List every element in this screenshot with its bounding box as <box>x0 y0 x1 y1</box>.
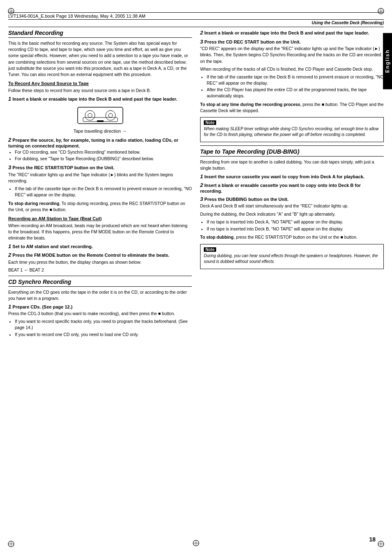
step-2-bullets: For CD recording, see "CD Synchro Record… <box>15 149 192 162</box>
step-2-bullet-1: For CD recording, see "CD Synchro Record… <box>15 149 192 155</box>
cd-step-num-1: 1 <box>8 304 11 310</box>
step-title-1: Insert a blank or erasable tape into the… <box>12 97 177 101</box>
right-column: 2 Insert a blank or erasable tape into t… <box>200 30 384 340</box>
corner-mark-br <box>377 540 385 548</box>
section-title-cd: CD Synchro Recording <box>8 279 192 287</box>
section-title-dubbing: Tape to Tape Recording (DUB-BING) <box>200 148 384 157</box>
cd-step-1-b1: If you want to record specific tracks on… <box>15 318 192 330</box>
note-text-1: When making SLEEP timer settings while d… <box>204 126 380 138</box>
step-title-2: Prepare the source, by, for example, tun… <box>8 138 178 148</box>
cd-step-title-1: Prepare CDs. (See page 12.) <box>12 304 72 309</box>
am-step-title-2: Press the FM MODE button on the Remote C… <box>12 253 169 258</box>
dub-b2: If no tape is inserted into Deck B, "NO … <box>207 226 384 232</box>
step-2-left: 2 Prepare the source, by, for example, t… <box>8 137 192 162</box>
tape-svg <box>76 105 125 128</box>
english-tab: English <box>383 33 392 89</box>
cd-r-step-3-bullets: If the tab of the cassette tape on the D… <box>207 74 384 99</box>
dub-step-title-2: Insert a blank or erasable cassette you … <box>200 183 361 193</box>
am-step-num-2: 2 <box>8 252 11 258</box>
cd-r-b1: If the tab of the cassette tape on the D… <box>207 74 384 86</box>
cd-r-step-title-2: Insert a blank or erasable tape into the… <box>204 30 369 35</box>
cd-r-step-3-text2: When recording of the tracks of all CDs … <box>200 66 384 72</box>
section-cd-synchro: CD Synchro Recording Everything on the C… <box>8 279 192 337</box>
file-info-text: LVT1346-001A_E.book Page 18 Wednesday, M… <box>8 14 145 18</box>
svg-point-18 <box>106 111 115 120</box>
tape-arrow: → <box>122 129 127 134</box>
step-3-bullets: If the tab of the cassette tape on the D… <box>15 186 192 198</box>
section-standard-recording: Standard Recording This is the basic met… <box>8 30 192 276</box>
corner-mark-tl <box>7 7 15 15</box>
am-step-1: 1 Set to AM station and start recording. <box>8 243 192 250</box>
standard-intro: This is the basic method for recording a… <box>8 40 192 78</box>
note-box-2: Note During dubbing, you can hear sound … <box>200 244 384 269</box>
step-num-3: 3 <box>8 164 11 170</box>
cd-r-step-num-3: 3 <box>200 39 203 45</box>
svg-point-19 <box>108 113 113 117</box>
divider-right <box>200 145 384 146</box>
dub-step-3-text2: During the dubbing, the Deck indicators … <box>200 211 384 217</box>
svg-rect-21 <box>97 120 104 122</box>
am-step-2-body: Each time you press the button, the disp… <box>8 259 192 273</box>
svg-point-16 <box>85 111 95 120</box>
corner-mark-tr <box>377 7 385 15</box>
sub-title-record-any: To Record Any Sound Source to Tape <box>8 81 192 86</box>
sub-title-am: Recording an AM Station to Tape (Beat Cu… <box>8 216 192 221</box>
cd-step-1: 1 Prepare CDs. (See page 12.) Press the … <box>8 304 192 338</box>
cd-r-b2: After the CD Player has played the entir… <box>207 87 384 99</box>
am-step-num-1: 1 <box>8 243 11 249</box>
dub-step-3-bullets: If no tape is inserted into Deck A, "NO … <box>207 219 384 232</box>
dub-step-title-1: Insert the source cassette you want to c… <box>204 174 364 179</box>
cd-right-step-2: 2 Insert a blank or erasable tape into t… <box>200 30 384 36</box>
cd-r-step-3-text: "CD REC" appears on the display and the … <box>200 46 384 64</box>
note-title-1: Note <box>204 120 380 125</box>
section-title-standard: Standard Recording <box>8 30 192 38</box>
step-num-1: 1 <box>8 96 11 102</box>
am-step-2: 2 Press the FM MODE button on the Remote… <box>8 252 192 273</box>
dub-step-1: 1 Insert the source cassette you want to… <box>200 173 384 180</box>
corner-mark-bl <box>7 540 15 548</box>
dubbing-intro: Recording from one tape to another is ca… <box>200 159 384 171</box>
step-2-bullet-2: For dubbing, see "Tape to Tape Recording… <box>15 156 192 162</box>
page-header-right: Using the Cassette Deck (Recording) <box>8 21 384 27</box>
left-column: Standard Recording This is the basic met… <box>8 30 192 340</box>
dub-step-num-2: 2 <box>200 182 203 188</box>
step-3-body: The "REC" indicator lights up and the Ta… <box>8 172 192 184</box>
dub-b1: If no tape is inserted into Deck A, "NO … <box>207 219 384 225</box>
dub-step-3: 3 Press the DUBBING button on the Unit. … <box>200 196 384 232</box>
am-step-2-text: Each time you press the button, the disp… <box>8 259 192 265</box>
sub-intro-record-any: Follow these steps to record from any so… <box>8 88 192 94</box>
tape-image-container: Tape travelling direction → <box>8 105 192 134</box>
cd-step-1-bullets: If you want to record specific tracks on… <box>15 318 192 337</box>
dub-step-3-text: Deck A and Deck B will start simultaneou… <box>200 203 384 209</box>
note-box-1: Note When making SLEEP timer settings wh… <box>200 117 384 142</box>
divider-1 <box>8 276 192 276</box>
tape-direction-label: Tape travelling direction → <box>8 129 192 134</box>
step-1-left: 1 Insert a blank or erasable tape into t… <box>8 96 192 134</box>
am-intro: When recording an AM broadcast, beats ma… <box>8 223 192 242</box>
center-bottom-mark <box>192 539 200 548</box>
dub-step-title-3: Press the DUBBING button on the Unit. <box>204 197 288 202</box>
cd-step-1-b2: If you want to record one CD only, you n… <box>15 332 192 338</box>
step-body-3: The "REC" indicator lights up and the Ta… <box>8 172 192 198</box>
page-number: 18 <box>369 536 376 543</box>
cd-step-1-text: Press the CD1-3 button (that you want to… <box>8 311 192 317</box>
cd-step-1-body: Press the CD1-3 button (that you want to… <box>8 311 192 337</box>
dub-step-3-body: Deck A and Deck B will start simultaneou… <box>200 203 384 232</box>
stop-recording-line: To stop during recording, To stop during… <box>8 200 192 213</box>
cd-r-step-title-3: Press the CD REC START button on the Uni… <box>204 39 300 44</box>
step-title-3: Press the REC START/STOP button on the U… <box>12 165 114 170</box>
cd-stop-line: To stop at any time during the recording… <box>200 101 384 114</box>
dub-step-2: 2 Insert a blank or erasable cassette yo… <box>200 182 384 193</box>
cd-r-step-num-2: 2 <box>200 30 203 36</box>
am-step-title-1: Set to AM station and start recording. <box>12 244 93 249</box>
cd-right-step-3: 3 Press the CD REC START button on the U… <box>200 39 384 99</box>
dub-step-num-3: 3 <box>200 196 203 202</box>
step-3-left: 3 Press the REC START/STOP button on the… <box>8 164 192 198</box>
file-info-bar: LVT1346-001A_E.book Page 18 Wednesday, M… <box>8 12 384 20</box>
svg-point-17 <box>88 113 92 117</box>
step-3-bullet-1: If the tab of the cassette tape on the D… <box>15 186 192 198</box>
two-column-layout: Standard Recording This is the basic met… <box>8 30 384 340</box>
step-body-2: For CD recording, see "CD Synchro Record… <box>8 149 192 162</box>
page-outer: LVT1346-001A_E.book Page 18 Wednesday, M… <box>0 0 392 555</box>
step-num-2: 2 <box>8 137 11 143</box>
